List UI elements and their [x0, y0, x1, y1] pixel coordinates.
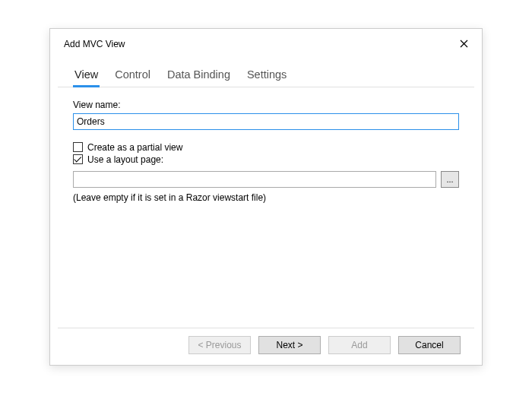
dialog-footer: < Previous Next > Add Cancel	[58, 328, 474, 365]
browse-button[interactable]: ...	[441, 171, 459, 188]
next-button[interactable]: Next >	[258, 336, 321, 354]
tab-view[interactable]: View	[73, 65, 100, 87]
layout-path-row: ...	[73, 171, 459, 188]
close-icon	[460, 40, 468, 48]
titlebar: Add MVC View	[50, 29, 482, 56]
use-layout-label: Use a layout page:	[87, 154, 163, 165]
tab-data-binding[interactable]: Data Binding	[166, 65, 232, 87]
layout-path-input[interactable]	[73, 171, 436, 188]
cancel-button[interactable]: Cancel	[398, 336, 461, 354]
dialog-content: View name: Create as a partial view Use …	[50, 87, 482, 328]
layout-hint: (Leave empty if it is set in a Razor vie…	[73, 192, 459, 203]
add-button[interactable]: Add	[328, 336, 391, 354]
view-name-input[interactable]	[73, 113, 459, 130]
tab-bar: View Control Data Binding Settings	[58, 56, 474, 87]
partial-view-checkbox[interactable]	[73, 142, 83, 152]
partial-view-label: Create as a partial view	[87, 142, 182, 153]
tab-settings[interactable]: Settings	[245, 65, 288, 87]
ellipsis-icon: ...	[446, 175, 453, 184]
partial-view-checkbox-row[interactable]: Create as a partial view	[73, 142, 459, 153]
dialog-title: Add MVC View	[64, 39, 125, 49]
previous-button[interactable]: < Previous	[188, 336, 251, 354]
use-layout-checkbox[interactable]	[73, 154, 83, 164]
add-mvc-view-dialog: Add MVC View View Control Data Binding S…	[49, 28, 483, 366]
close-button[interactable]	[456, 36, 471, 52]
tab-control[interactable]: Control	[113, 65, 152, 87]
use-layout-checkbox-row[interactable]: Use a layout page:	[73, 154, 459, 165]
view-name-label: View name:	[73, 100, 459, 110]
